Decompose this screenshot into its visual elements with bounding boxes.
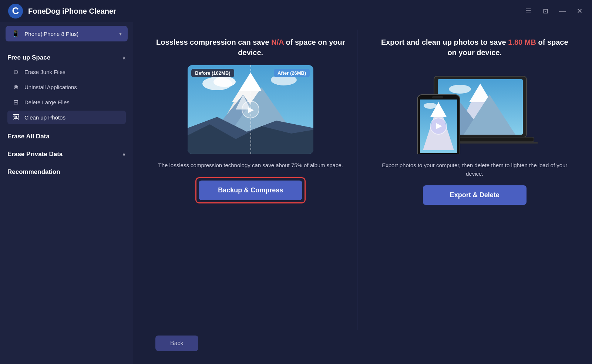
chat-button[interactable]: ⊡ — [540, 6, 551, 16]
device-icon: 📱 — [11, 30, 20, 38]
free-up-space-title: Free up Space — [7, 54, 50, 61]
nav-section-free-up-space: Free up Space ∧ ⊙ Erase Junk Files ⊗ Uni… — [0, 49, 133, 128]
erase-private-title: Erase Private Data — [7, 151, 63, 158]
sidebar-item-label-erase-junk: Erase Junk Files — [24, 69, 65, 75]
device-name: iPhone(iPhone 8 Plus) — [23, 31, 78, 37]
back-button[interactable]: Back — [155, 336, 198, 351]
sidebar-item-cleanup-photos[interactable]: 🖼 Clean up Photos — [7, 111, 126, 124]
device-image-container — [412, 65, 538, 154]
delete-large-icon: ⊟ — [12, 98, 20, 106]
clock-icon: ⊙ — [12, 68, 20, 76]
sidebar-item-label-delete-large: Delete Large Files — [24, 99, 70, 105]
erase-all-data-label: Erase All Data — [7, 133, 50, 140]
compress-panel: Lossless compression can save N/A of spa… — [144, 30, 357, 330]
app-logo: C — [7, 3, 24, 19]
svg-point-27 — [424, 103, 437, 109]
titlebar: C FoneDog iPhone Cleaner ☰ ⊡ — ✕ — [0, 0, 592, 22]
main-layout: 📱 iPhone(iPhone 8 Plus) ▾ Free up Space … — [0, 22, 592, 364]
export-delete-button[interactable]: Export & Delete — [423, 185, 527, 205]
nav-recommendation[interactable]: Recommendation — [0, 163, 133, 181]
export-description: Export photos to your computer, then del… — [380, 161, 570, 178]
backup-compress-btn-wrapper: Backup & Compress — [195, 177, 306, 203]
uninstall-icon: ⊗ — [12, 83, 20, 91]
erase-private-chevron: ∨ — [122, 151, 126, 157]
compress-heading: Lossless compression can save N/A of spa… — [155, 37, 346, 58]
content-panels: Lossless compression can save N/A of spa… — [144, 30, 581, 330]
menu-button[interactable]: ☰ — [523, 6, 534, 16]
backup-compress-button[interactable]: Backup & Compress — [199, 181, 302, 200]
after-label: After (26MB) — [274, 69, 310, 77]
export-panel: Export and clean up photos to save 1.80 … — [369, 30, 581, 330]
export-heading-highlight: 1.80 MB — [508, 38, 536, 46]
device-selector-left: 📱 iPhone(iPhone 8 Plus) — [11, 30, 78, 38]
svg-point-20 — [449, 85, 471, 94]
window-controls: ☰ ⊡ — ✕ — [523, 6, 585, 16]
compress-heading-highlight: N/A — [271, 38, 284, 46]
play-button[interactable]: ▶ — [242, 101, 259, 118]
nav-section-erase-private: Erase Private Data ∨ — [0, 145, 133, 163]
sidebar-item-erase-junk[interactable]: ⊙ Erase Junk Files — [7, 65, 126, 79]
device-illustration — [412, 65, 538, 154]
compress-heading-before: Lossless compression can save — [156, 38, 271, 46]
app-title: FoneDog iPhone Cleaner — [28, 7, 116, 16]
sidebar-item-uninstall-apps[interactable]: ⊗ Uninstall Applications — [7, 80, 126, 94]
sidebar-item-label-uninstall: Uninstall Applications — [24, 84, 77, 90]
sidebar-item-label-cleanup-photos: Clean up Photos — [24, 114, 65, 121]
svg-text:C: C — [12, 5, 19, 16]
play-icon: ▶ — [248, 105, 254, 114]
free-up-space-header[interactable]: Free up Space ∧ — [7, 49, 126, 65]
compress-description: The lossless compression technology can … — [158, 161, 343, 170]
photos-icon: 🖼 — [12, 114, 20, 121]
bottom-bar: Back — [144, 330, 581, 357]
close-button[interactable]: ✕ — [574, 6, 585, 16]
sidebar-item-delete-large[interactable]: ⊟ Delete Large Files — [7, 95, 126, 109]
before-label: Before (102MB) — [191, 69, 234, 77]
svg-rect-28 — [432, 96, 443, 98]
titlebar-left: C FoneDog iPhone Cleaner — [7, 3, 116, 19]
nav-erase-all-data[interactable]: Erase All Data — [0, 128, 133, 145]
erase-private-header[interactable]: Erase Private Data ∨ — [7, 145, 126, 163]
recommendation-label: Recommendation — [7, 168, 60, 175]
export-heading: Export and clean up photos to save 1.80 … — [380, 37, 570, 58]
minimize-button[interactable]: — — [557, 6, 568, 16]
content-area: Lossless compression can save N/A of spa… — [133, 22, 592, 364]
chevron-down-icon: ▾ — [119, 31, 122, 37]
sidebar: 📱 iPhone(iPhone 8 Plus) ▾ Free up Space … — [0, 22, 133, 364]
svg-point-12 — [213, 77, 236, 87]
export-heading-before: Export and clean up photos to save — [381, 38, 508, 46]
free-up-space-items: ⊙ Erase Junk Files ⊗ Uninstall Applicati… — [7, 65, 126, 128]
mountain-container: Before (102MB) After (26MB) ▶ — [188, 65, 313, 154]
free-up-space-chevron: ∧ — [122, 55, 126, 61]
device-selector[interactable]: 📱 iPhone(iPhone 8 Plus) ▾ — [6, 26, 128, 41]
